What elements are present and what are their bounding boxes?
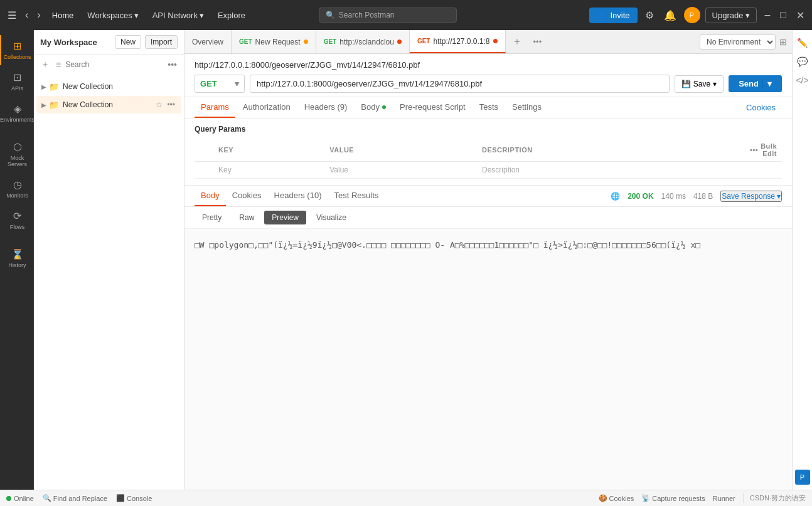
settings-icon[interactable]: ⚙: [643, 7, 656, 24]
bulk-edit-label[interactable]: Bulk Edit: [761, 142, 777, 157]
search-bar[interactable]: 🔍 Search Postman: [319, 8, 457, 23]
more-icon[interactable]: •••: [750, 146, 758, 154]
star-icon[interactable]: ☆: [154, 99, 164, 110]
invite-button[interactable]: 👤 Invite: [589, 8, 637, 23]
tab-params[interactable]: Params: [195, 97, 235, 118]
resp-tab-cookies[interactable]: Cookies: [226, 186, 268, 206]
sidebar-item-mock-servers[interactable]: ⬡ Mock Servers: [0, 136, 33, 172]
sidebar-item-flows[interactable]: ⟳ Flows: [0, 205, 33, 235]
notification-icon[interactable]: 🔔: [661, 7, 679, 24]
find-replace-button[interactable]: 🔍 Find and Replace: [43, 494, 107, 502]
tab-localhost-label: http://127.0.0.1:8: [433, 37, 489, 46]
star-icon[interactable]: ☆: [154, 81, 164, 92]
collection-label: New Collection: [63, 100, 154, 109]
hamburger-icon[interactable]: ☰: [5, 7, 19, 24]
tab-overflow-button[interactable]: •••: [528, 37, 547, 46]
resp-view-pretty[interactable]: Pretty: [195, 211, 229, 224]
tab-bar: Overview GET New Request GET http://scla…: [184, 30, 792, 54]
sidebar-item-apis[interactable]: ⊡ APIs: [0, 66, 33, 97]
resp-tab-headers[interactable]: Headers (10): [268, 186, 328, 206]
maximize-button[interactable]: □: [777, 7, 789, 23]
environment-select[interactable]: No Environment: [700, 34, 776, 50]
tab-headers[interactable]: Headers (9): [298, 97, 354, 118]
method-select[interactable]: GET ▾: [195, 75, 245, 93]
sidebar-actions: ＋ ≡ •••: [34, 55, 184, 75]
more-icon[interactable]: •••: [166, 81, 176, 92]
sidebar-item-history[interactable]: ⌛ History: [0, 243, 33, 273]
tab-body[interactable]: Body: [355, 97, 392, 118]
resp-view-preview[interactable]: Preview: [264, 211, 306, 224]
cookies-link[interactable]: Cookies: [740, 98, 782, 117]
sidebar-item-collections[interactable]: ⊞ Collections: [0, 35, 33, 65]
close-button[interactable]: ✕: [794, 7, 807, 24]
avatar[interactable]: P: [684, 7, 700, 23]
home-nav-link[interactable]: Home: [47, 8, 79, 23]
collection-label: New Collection: [63, 82, 154, 91]
tab-settings[interactable]: Settings: [506, 97, 548, 118]
top-bar: ☰ ‹ › Home Workspaces ▾ API Network ▾ Ex…: [0, 0, 812, 30]
value-cell[interactable]: Value: [324, 162, 477, 179]
tab-new-request[interactable]: GET New Request: [232, 30, 316, 53]
desc-cell[interactable]: Description: [477, 162, 745, 179]
edit-icon[interactable]: ✏️: [794, 35, 810, 50]
tab-scland-label: http://sclandclou: [339, 38, 394, 46]
workspaces-chevron-icon: ▾: [134, 11, 139, 20]
tab-scland[interactable]: GET http://sclandclou: [316, 30, 410, 53]
forward-arrow-icon[interactable]: ›: [35, 7, 43, 23]
postman-icon[interactable]: P: [795, 470, 810, 485]
save-icon: 💾: [681, 80, 691, 88]
add-tab-button[interactable]: ＋: [506, 35, 528, 48]
add-collection-icon[interactable]: ＋: [39, 57, 51, 72]
list-item[interactable]: ▶ 📁 New Collection ☆ •••: [36, 96, 181, 113]
main-layout: ⊞ Collections ⊡ APIs ◈ Environments ⬡ Mo…: [0, 30, 812, 490]
search-icon: 🔍: [326, 11, 335, 19]
new-button[interactable]: New: [115, 35, 141, 49]
tab-authorization[interactable]: Authorization: [237, 97, 297, 118]
resp-view-visualize[interactable]: Visualize: [309, 211, 354, 224]
invite-icon: 👤: [597, 11, 607, 20]
workspace-label: My Workspace: [40, 38, 111, 47]
import-button[interactable]: Import: [145, 35, 178, 49]
more-icon[interactable]: •••: [166, 99, 176, 110]
workspaces-nav-link[interactable]: Workspaces ▾: [82, 8, 143, 23]
comment-icon[interactable]: 💬: [794, 54, 810, 69]
tab-dot: [493, 39, 498, 43]
tab-localhost[interactable]: GET http://127.0.0.1:8: [410, 30, 506, 53]
save-response-button[interactable]: Save Response ▾: [720, 191, 782, 202]
tab-tests[interactable]: Tests: [473, 97, 505, 118]
item-actions: ☆ •••: [154, 99, 176, 110]
layout-icon[interactable]: ⊞: [779, 37, 787, 47]
send-button[interactable]: Send ▾: [729, 75, 782, 92]
capture-requests-button[interactable]: 📡 Capture requests: [641, 494, 705, 502]
resp-tab-test-results[interactable]: Test Results: [328, 186, 385, 206]
api-network-nav-link[interactable]: API Network ▾: [147, 8, 209, 23]
code-icon[interactable]: </>: [793, 73, 811, 88]
resp-tab-body[interactable]: Body: [195, 186, 226, 206]
collections-icon: ⊞: [13, 40, 21, 52]
tab-overview[interactable]: Overview: [184, 30, 232, 53]
history-icon: ⌛: [11, 248, 24, 260]
console-button[interactable]: ⬛ Console: [116, 494, 152, 502]
sidebar-item-environments[interactable]: ◈ Environments: [0, 98, 33, 128]
sidebar-more-icon[interactable]: •••: [166, 58, 179, 71]
tab-new-request-label: New Request: [255, 38, 301, 46]
tab-dot: [304, 40, 308, 44]
save-button[interactable]: 💾 Save ▾: [675, 75, 724, 93]
sidebar-search-input[interactable]: [65, 60, 163, 69]
url-input[interactable]: [250, 75, 670, 93]
filter-icon[interactable]: ≡: [54, 58, 63, 71]
upgrade-button[interactable]: Upgrade ▾: [705, 8, 757, 23]
col-value-header: VALUE: [324, 139, 477, 162]
cookies-status-button[interactable]: 🍪 Cookies: [599, 494, 634, 502]
list-item[interactable]: ▶ 📁 New Collection ☆ •••: [36, 78, 181, 95]
resp-view-raw[interactable]: Raw: [232, 211, 262, 224]
runner-button[interactable]: Runner: [713, 495, 735, 502]
apis-label: APIs: [11, 85, 23, 92]
sidebar-item-monitors[interactable]: ◷ Monitors: [0, 174, 33, 204]
minimize-button[interactable]: –: [762, 7, 772, 23]
back-arrow-icon[interactable]: ‹: [23, 7, 31, 23]
key-cell[interactable]: Key: [213, 162, 324, 179]
tab-pre-request[interactable]: Pre-request Script: [393, 97, 472, 118]
body-dot: [382, 105, 386, 109]
explore-nav-link[interactable]: Explore: [213, 8, 250, 23]
